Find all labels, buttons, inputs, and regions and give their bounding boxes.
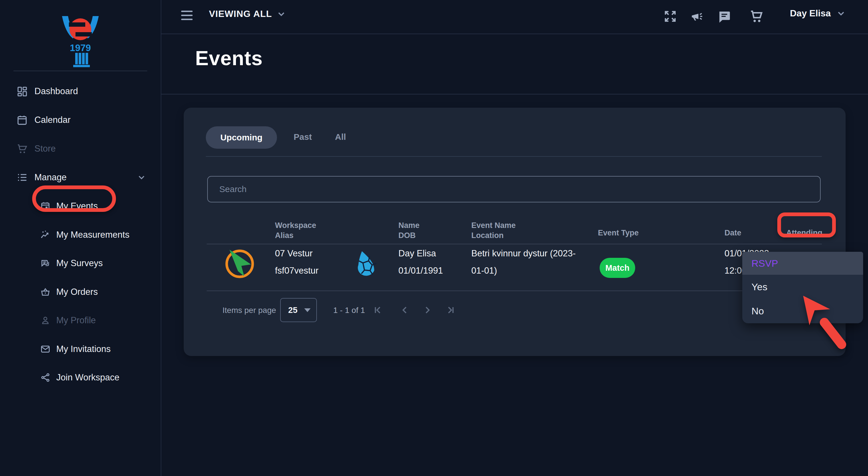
cart-icon[interactable] <box>749 9 764 24</box>
table-row-divider <box>207 291 822 291</box>
sidebar-item-my-orders[interactable]: My Orders <box>0 281 161 302</box>
menu-item-rsvp[interactable]: RSVP <box>742 252 863 275</box>
sidebar-item-label: Calendar <box>34 115 71 125</box>
sidebar-item-store[interactable]: Store <box>0 138 161 159</box>
sidebar-item-label: My Measurements <box>56 230 129 240</box>
cell-name-dob: Day Elisa 01/01/1991 <box>398 245 443 279</box>
sidebar-divider <box>13 71 147 71</box>
measurements-icon <box>40 230 51 240</box>
page-title: Events <box>195 47 263 70</box>
sidebar-item-manage[interactable]: Manage <box>0 167 161 188</box>
app-screen: 1979 Dashboard Calendar <box>0 0 868 476</box>
table-header-divider <box>207 244 822 244</box>
page-header: Events <box>161 34 868 94</box>
sidebar-item-label: Manage <box>34 172 67 183</box>
sidebar-item-label: My Invitations <box>56 344 111 354</box>
select-arrow-icon <box>304 308 311 312</box>
sidebar-item-join-workspace[interactable]: Join Workspace <box>0 367 161 388</box>
previous-page-button[interactable] <box>398 304 411 316</box>
sidebar: 1979 Dashboard Calendar <box>0 0 161 476</box>
tab-all[interactable]: All <box>335 132 346 142</box>
topbar: VIEWING ALL Day Elisa <box>161 0 868 34</box>
tabs-divider <box>206 156 822 157</box>
sidebar-item-my-profile[interactable]: My Profile <box>0 310 161 331</box>
event-type-badge: Match <box>600 258 635 278</box>
calendar-icon <box>17 114 28 126</box>
sidebar-item-label: My Surveys <box>56 258 103 268</box>
sidebar-item-my-invitations[interactable]: My Invitations <box>0 339 161 359</box>
column-header-date: Date <box>724 223 741 243</box>
last-page-button[interactable] <box>444 304 457 316</box>
share-icon <box>40 373 51 383</box>
list-icon <box>17 172 28 183</box>
menu-item-yes[interactable]: Yes <box>742 275 863 299</box>
chevron-down-icon <box>836 8 846 19</box>
mail-icon <box>40 344 51 354</box>
cart-icon <box>17 143 28 154</box>
sidebar-item-my-measurements[interactable]: My Measurements <box>0 225 161 245</box>
tab-past[interactable]: Past <box>293 132 312 142</box>
tab-upcoming[interactable]: Upcoming <box>206 126 277 149</box>
cell-workspace-alias: 07 Vestur fsf07vestur <box>275 245 319 279</box>
page-size-select[interactable]: 25 <box>280 298 317 322</box>
annotation-ring-my-events <box>32 185 116 212</box>
menu-toggle-button[interactable] <box>181 11 193 23</box>
search-input[interactable] <box>207 176 820 202</box>
sidebar-item-my-surveys[interactable]: My Surveys <box>0 253 161 274</box>
column-header-workspace-alias: Workspace Alias <box>275 220 316 241</box>
fullscreen-icon[interactable] <box>663 9 677 24</box>
fsf-logo: 1979 <box>60 14 100 69</box>
basket-icon <box>40 287 51 297</box>
sidebar-item-dashboard[interactable]: Dashboard <box>0 81 161 101</box>
sidebar-item-label: Join Workspace <box>56 373 119 383</box>
tab-label: Upcoming <box>220 132 262 142</box>
sidebar-item-label: Dashboard <box>34 86 78 96</box>
chevron-down-icon <box>136 173 146 182</box>
announcements-icon[interactable] <box>690 9 704 24</box>
column-header-name-dob: Name DOB <box>398 220 420 241</box>
first-page-button[interactable] <box>372 304 384 316</box>
menu-item-no[interactable]: No <box>742 299 863 323</box>
cell-event-name: Betri kvinnur dystur (2023- 01-01) <box>471 245 576 279</box>
workspace-logo-07vestur <box>223 247 257 281</box>
next-page-button[interactable] <box>421 304 434 316</box>
viewing-all-dropdown[interactable]: VIEWING ALL <box>209 9 286 19</box>
user-name: Day Elisa <box>790 8 831 19</box>
page-size-value: 25 <box>288 305 298 315</box>
member-avatar-ball-icon <box>355 249 378 281</box>
items-per-page-label: Items per page <box>222 306 276 315</box>
sidebar-item-label: My Profile <box>56 315 96 326</box>
sidebar-item-label: Store <box>34 144 56 154</box>
column-header-event-type: Event Type <box>598 223 639 243</box>
column-header-event-name-location: Event Name Location <box>471 220 516 241</box>
chat-icon[interactable] <box>717 9 732 24</box>
pagination-range: 1 - 1 of 1 <box>333 306 365 315</box>
dashboard-icon <box>17 86 28 97</box>
person-icon <box>40 315 51 326</box>
attending-dropdown-menu: RSVP Yes No <box>742 252 863 323</box>
sidebar-item-label: My Orders <box>56 287 98 297</box>
annotation-rect-attending <box>777 212 836 237</box>
viewing-all-label: VIEWING ALL <box>209 9 272 19</box>
logo-year: 1979 <box>70 42 91 53</box>
surveys-icon <box>40 258 51 268</box>
sidebar-item-calendar[interactable]: Calendar <box>0 110 161 130</box>
chevron-down-icon <box>276 9 286 19</box>
user-menu[interactable]: Day Elisa <box>790 8 846 19</box>
